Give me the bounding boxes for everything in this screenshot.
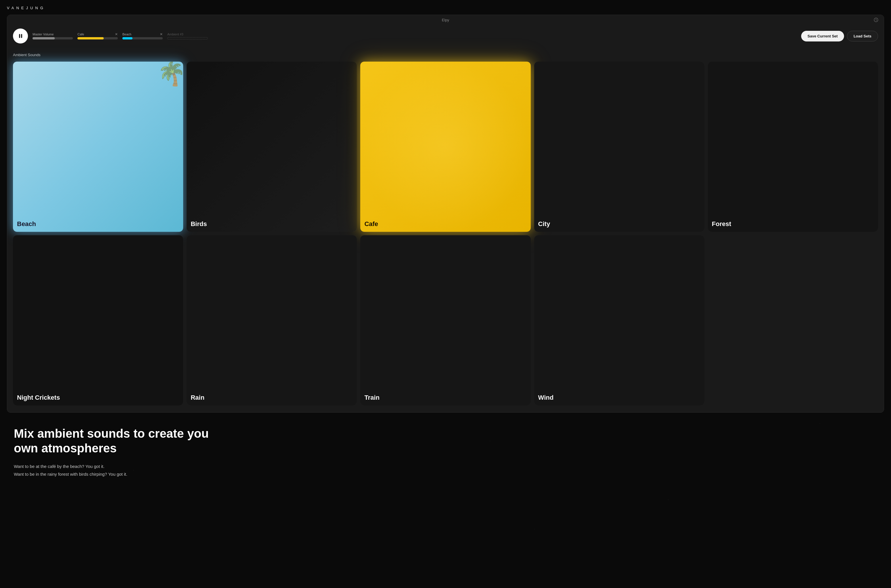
wind-card-label: Wind	[538, 394, 554, 401]
sound-card-rain[interactable]: Rain	[187, 235, 357, 405]
ambient3-label: Ambient #3	[167, 33, 208, 36]
cafe-channel: Cafe ✕	[78, 33, 118, 39]
beach-channel: Beach ✕	[122, 33, 163, 39]
cafe-channel-label: Cafe	[78, 33, 84, 36]
master-volume-channel: Master Volume	[33, 33, 73, 39]
beach-volume-slider[interactable]	[122, 37, 163, 39]
sound-grid: Beach Birds Cafe City Forest	[13, 62, 878, 405]
sound-grid-section: Ambient Sounds Beach Birds Cafe City	[7, 48, 884, 412]
cafe-volume-fill	[78, 37, 104, 39]
master-volume-label: Master Volume	[33, 33, 73, 36]
title-bar: Elpy	[7, 15, 884, 25]
app-window: Elpy Master Volume	[7, 15, 884, 412]
pause-icon	[19, 34, 22, 38]
brand-name: VANEJUNG	[7, 6, 884, 10]
birds-card-label: Birds	[190, 220, 207, 228]
sound-card-birds[interactable]: Birds	[187, 62, 357, 232]
cafe-close-button[interactable]: ✕	[115, 33, 118, 36]
description: Want to be at the café by the beach? You…	[14, 462, 877, 478]
sound-card-forest[interactable]: Forest	[708, 62, 878, 232]
window-title: Elpy	[442, 18, 449, 22]
forest-card-label: Forest	[712, 220, 731, 228]
action-buttons: Save Current Set Load Sets	[801, 31, 878, 42]
sound-card-wind[interactable]: Wind	[534, 235, 704, 405]
play-pause-button[interactable]	[13, 28, 28, 44]
master-volume-slider[interactable]	[33, 37, 73, 39]
beach-card-label: Beach	[17, 220, 36, 228]
clock-icon[interactable]	[873, 17, 879, 23]
sound-card-beach[interactable]: Beach	[13, 62, 183, 232]
beach-channel-label: Beach	[122, 33, 131, 36]
sound-card-cafe[interactable]: Cafe	[360, 62, 531, 232]
ambient3-slot-track	[167, 37, 208, 39]
bottom-section: Mix ambient sounds to create you own atm…	[7, 412, 884, 487]
desc-line1: Want to be at the café by the beach? You…	[14, 464, 105, 469]
master-volume-fill	[33, 37, 55, 39]
controls-bar: Master Volume Cafe ✕ Beach ✕	[7, 25, 884, 48]
tagline: Mix ambient sounds to create you own atm…	[14, 426, 215, 456]
ambient3-channel-slot: Ambient #3	[167, 33, 208, 39]
save-current-set-button[interactable]: Save Current Set	[801, 31, 844, 42]
load-sets-button[interactable]: Load Sets	[847, 31, 878, 42]
sound-card-train[interactable]: Train	[360, 235, 531, 405]
beach-volume-fill	[122, 37, 132, 39]
city-card-label: City	[538, 220, 550, 228]
night-crickets-card-label: Night Crickets	[17, 394, 60, 401]
desc-line2: Want to be in the rainy forest with bird…	[14, 472, 127, 477]
cafe-card-label: Cafe	[364, 220, 378, 228]
cafe-volume-slider[interactable]	[78, 37, 118, 39]
train-card-label: Train	[364, 394, 380, 401]
beach-close-button[interactable]: ✕	[160, 33, 163, 36]
sound-card-night-crickets[interactable]: Night Crickets	[13, 235, 183, 405]
ambient-sounds-label: Ambient Sounds	[13, 53, 878, 57]
sound-card-city[interactable]: City	[534, 62, 704, 232]
rain-card-label: Rain	[190, 394, 204, 401]
